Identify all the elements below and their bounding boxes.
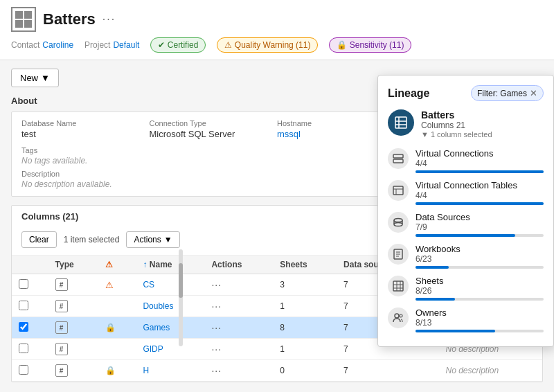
cell-name[interactable]: Games xyxy=(136,317,204,339)
page-title: Batters xyxy=(43,10,96,28)
filter-close-icon[interactable]: ✕ xyxy=(530,88,537,98)
more-options-icon[interactable]: ··· xyxy=(102,13,116,26)
page-header: Batters ··· Contact Caroline Project Def… xyxy=(0,0,554,60)
lineage-row-count: 4/4 xyxy=(416,190,544,200)
row-dots-icon[interactable]: ··· xyxy=(211,322,222,333)
cell-datasources: 7 xyxy=(337,360,438,382)
th-actions[interactable]: Actions xyxy=(204,256,273,274)
lock-icon: 🔒 xyxy=(105,366,116,375)
svg-rect-4 xyxy=(393,154,403,158)
lock-icon: 🔒 xyxy=(105,323,116,332)
new-button[interactable]: New ▼ xyxy=(11,69,59,87)
type-icon: # xyxy=(55,343,68,355)
svg-rect-6 xyxy=(393,186,403,195)
cell-warning xyxy=(98,339,136,360)
cell-checkbox[interactable] xyxy=(12,296,48,317)
clear-button[interactable]: Clear xyxy=(21,231,57,248)
lineage-bar-bg xyxy=(416,330,544,332)
cell-checkbox[interactable] xyxy=(12,339,48,360)
lineage-bar-fill xyxy=(416,202,544,205)
cell-name[interactable]: H xyxy=(136,360,204,382)
row-dots-icon[interactable]: ··· xyxy=(211,365,222,376)
lineage-row-info: Data Sources 7/9 xyxy=(416,212,544,237)
scroll-thumb xyxy=(179,263,183,298)
cell-sheets: 3 xyxy=(273,274,337,296)
lineage-row-icon xyxy=(388,244,409,265)
th-sheets[interactable]: Sheets xyxy=(273,256,337,274)
cell-checkbox[interactable] xyxy=(12,360,48,382)
lineage-bar-fill xyxy=(416,266,449,269)
lineage-bar-bg xyxy=(416,266,544,269)
cell-sheets: 1 xyxy=(273,339,337,360)
warning-col-icon: ⚠ xyxy=(105,260,113,269)
lineage-row-info: Sheets 8/26 xyxy=(416,276,544,301)
lineage-bar-fill xyxy=(416,330,495,332)
lineage-bar-bg xyxy=(416,234,544,237)
th-name[interactable]: ↑ Name xyxy=(136,256,204,274)
cell-actions[interactable]: ··· xyxy=(204,274,273,296)
scroll-bar[interactable] xyxy=(179,249,183,346)
actions-button[interactable]: Actions ▼ xyxy=(126,231,179,248)
lineage-row-icon xyxy=(388,180,409,201)
warning-icon: ⚠ xyxy=(105,280,114,290)
lineage-row-info: Owners 8/13 xyxy=(416,308,544,332)
lineage-panel: Lineage Filter: Games ✕ Batters Columns … xyxy=(377,75,554,347)
sensitivity-badge[interactable]: 🔒 Sensitivity (11) xyxy=(329,37,411,53)
cell-type: # xyxy=(48,274,99,296)
cell-checkbox[interactable] xyxy=(12,274,48,296)
lineage-row-info: Virtual Connection Tables 4/4 xyxy=(416,180,544,205)
field-connection-type: Connection Type Microsoft SQL Server xyxy=(150,119,278,139)
lineage-item: Owners 8/13 xyxy=(388,308,544,332)
cell-actions[interactable]: ··· xyxy=(204,360,273,382)
quality-warning-badge[interactable]: ⚠ Quality Warning (11) xyxy=(217,37,318,53)
cell-type: # xyxy=(48,360,99,382)
chevron-down-icon: ▼ xyxy=(164,235,172,244)
lineage-row-name: Virtual Connection Tables xyxy=(416,180,544,190)
svg-rect-17 xyxy=(393,281,403,291)
lineage-top-item: Batters Columns 21 ▼ 1 column selected xyxy=(388,109,544,139)
lineage-columns-filter: ▼ 1 column selected xyxy=(421,130,544,139)
lineage-row-count: 4/4 xyxy=(416,159,544,168)
cell-checkbox[interactable] xyxy=(12,317,48,339)
lineage-filter-badge: Filter: Games ✕ xyxy=(471,85,544,101)
lineage-row-name: Owners xyxy=(416,308,544,318)
certified-badge[interactable]: ✔ Certified xyxy=(150,37,206,53)
row-dots-icon[interactable]: ··· xyxy=(211,279,222,290)
lineage-columns-count: Columns 21 xyxy=(421,121,544,130)
project-value[interactable]: Default xyxy=(113,40,139,50)
cell-actions[interactable]: ··· xyxy=(204,296,273,317)
lineage-table-icon xyxy=(388,109,414,136)
cell-name[interactable]: GIDP xyxy=(136,339,204,360)
lineage-rows: Virtual Connections 4/4 Virtual Connecti… xyxy=(388,148,544,332)
row-dots-icon[interactable]: ··· xyxy=(211,344,222,355)
lineage-row-name: Workbooks xyxy=(416,244,544,254)
lineage-row-count: 8/13 xyxy=(416,318,544,328)
lineage-bar-fill xyxy=(416,234,515,237)
cell-warning: 🔒 xyxy=(98,317,136,339)
lineage-row-icon xyxy=(388,308,409,328)
cell-name[interactable]: Doubles xyxy=(136,296,204,317)
lineage-row-name: Sheets xyxy=(416,276,544,286)
lineage-bar-bg xyxy=(416,170,544,173)
th-checkbox xyxy=(12,256,48,274)
th-warning: ⚠ xyxy=(98,256,136,274)
th-type[interactable]: Type xyxy=(48,256,99,274)
table-row: # 🔒 H ··· 0 7 No description xyxy=(12,360,542,382)
lineage-header: Lineage Filter: Games ✕ xyxy=(388,85,544,101)
cell-type: # xyxy=(48,296,99,317)
cell-sheets: 1 xyxy=(273,296,337,317)
lineage-bar-fill xyxy=(416,170,544,173)
row-dots-icon[interactable]: ··· xyxy=(211,301,222,312)
type-icon: # xyxy=(55,300,68,312)
field-database-name: Database Name test xyxy=(21,119,150,139)
cell-name[interactable]: CS xyxy=(136,274,204,296)
lineage-row-count: 7/9 xyxy=(416,222,544,232)
svg-point-23 xyxy=(400,314,402,317)
contact-value[interactable]: Caroline xyxy=(42,40,73,50)
type-icon: # xyxy=(55,321,68,334)
lineage-row-count: 8/26 xyxy=(416,286,544,296)
cell-warning: 🔒 xyxy=(98,360,136,382)
cell-actions[interactable]: ··· xyxy=(204,317,273,339)
cell-actions[interactable]: ··· xyxy=(204,339,273,360)
lineage-item: Workbooks 6/23 xyxy=(388,244,544,269)
